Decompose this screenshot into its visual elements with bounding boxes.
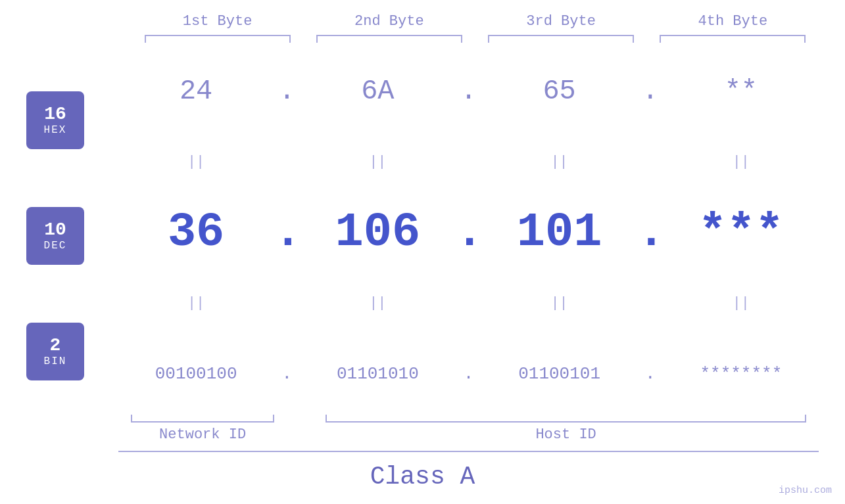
dec-b2-cell: 106 [300,206,455,260]
dec-b4-cell: *** [664,206,819,260]
hex-b3-cell: 65 [482,76,637,107]
dec-b3-value: 101 [517,206,602,260]
hex-b1-value: 24 [180,76,212,107]
eq1-c4: || [664,154,819,170]
bin-b1-value: 00100100 [155,364,237,384]
eq1-c1: || [118,154,274,170]
main-container: 1st Byte 2nd Byte 3rd Byte 4th Byte 16 H… [0,0,845,504]
bracket2 [303,35,475,43]
bin-b2-cell: 01101010 [300,364,455,384]
bin-b4-cell: ******** [664,364,819,384]
dec-badge: 10 DEC [26,207,84,265]
labels-spacer [287,426,313,443]
bin-dot1: . [274,364,300,384]
watermark: ipshu.com [779,485,832,496]
hex-row: 24 . 6A . 65 . ** [118,56,819,127]
bin-b1-cell: 00100100 [118,364,274,384]
bin-dot2: . [456,364,482,384]
bin-dot3: . [637,364,664,384]
bracket1-line [145,35,291,43]
network-bracket-container [118,415,287,423]
dec-dot3: . [637,206,664,260]
bottom-section: Network ID Host ID Class A [26,415,819,491]
hex-dot1: . [274,76,300,107]
bracket2-line [316,35,462,43]
hex-b4-value: ** [725,76,758,107]
bracket3 [475,35,647,43]
dec-dot2: . [456,206,482,260]
bin-b2-value: 01101010 [337,364,419,384]
hex-b1-cell: 24 [118,76,274,107]
eq2-c4: || [664,295,819,311]
bracket4 [647,35,819,43]
bracket-spacer1 [287,415,313,423]
host-bracket-container [313,415,819,423]
bin-b3-value: 01100101 [518,364,600,384]
hex-b3-value: 65 [543,76,575,107]
equals-row-1: || || || || [118,127,819,198]
hex-badge-number: 16 [44,104,66,125]
eq2-c3: || [482,295,637,311]
byte3-header: 3rd Byte [475,13,647,35]
full-bottom-line [26,451,819,452]
dec-badge-number: 10 [44,220,66,241]
bin-badge: 2 BIN [26,323,84,380]
class-label: Class A [26,459,819,491]
full-line-inner [118,451,819,452]
dec-b2-value: 106 [335,206,421,260]
dec-b3-cell: 101 [482,206,637,260]
bin-row: 00100100 . 01101010 . 01100101 . [118,338,819,409]
eq1-c3: || [482,154,637,170]
eq2-c2: || [300,295,455,311]
content-area: 16 HEX 10 DEC 2 BIN 24 . [26,56,819,409]
byte1-header: 1st Byte [132,13,303,35]
badges-column: 16 HEX 10 DEC 2 BIN [26,56,118,409]
hex-b4-cell: ** [664,76,819,107]
bracket4-line [660,35,806,43]
dec-row: 36 . 106 . 101 . *** [118,197,819,268]
eq2-c1: || [118,295,274,311]
eq1-c2: || [300,154,455,170]
equals-row-2: || || || || [118,268,819,339]
dec-b4-value: *** [698,206,784,260]
host-id-label: Host ID [313,426,819,443]
bottom-brackets-row [26,415,819,423]
bracket3-line [488,35,634,43]
hex-dot3: . [637,76,664,107]
host-bracket [326,415,806,423]
labels-row: Network ID Host ID [26,426,819,443]
hex-badge: 16 HEX [26,91,84,149]
network-bracket [131,415,274,423]
hex-b2-value: 6A [361,76,394,107]
values-grid: 24 . 6A . 65 . ** [118,56,819,409]
byte2-header: 2nd Byte [303,13,475,35]
byte-headers: 1st Byte 2nd Byte 3rd Byte 4th Byte [26,13,819,35]
bin-b3-cell: 01100101 [482,364,637,384]
hex-badge-label: HEX [44,124,67,136]
dec-b1-cell: 36 [118,206,274,260]
top-brackets [26,35,819,43]
bin-badge-number: 2 [50,336,61,356]
dec-dot1: . [274,206,300,260]
bin-badge-label: BIN [44,355,67,367]
hex-b2-cell: 6A [300,76,455,107]
byte4-header: 4th Byte [647,13,819,35]
bin-b4-value: ******** [700,364,782,384]
network-id-label: Network ID [118,426,287,443]
bracket1 [132,35,303,43]
hex-dot2: . [456,76,482,107]
dec-b1-value: 36 [168,206,224,260]
dec-badge-label: DEC [44,240,67,252]
